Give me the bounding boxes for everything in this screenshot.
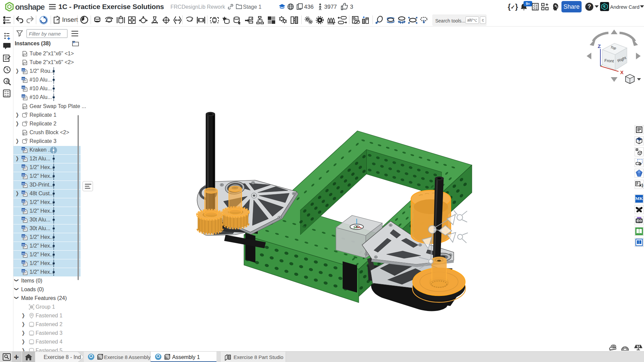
svg-text:Z: Z: [598, 43, 601, 49]
svg-text:X: X: [620, 69, 624, 75]
svg-text:Front: Front: [604, 58, 614, 63]
